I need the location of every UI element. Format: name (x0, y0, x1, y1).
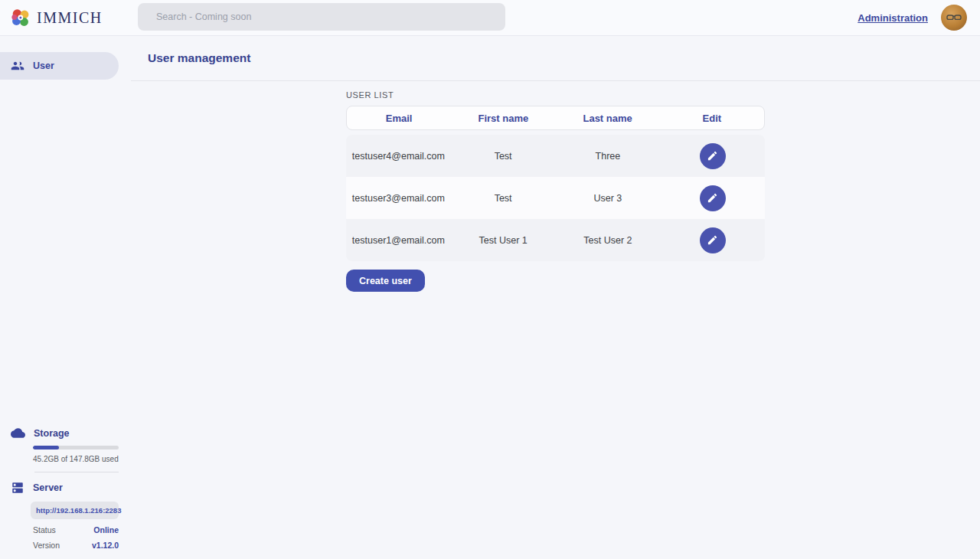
column-header-first-name: First name (451, 113, 555, 124)
column-header-edit: Edit (660, 113, 764, 124)
brand-name: IMMICH (37, 9, 103, 27)
brand: IMMICH (0, 8, 127, 28)
cell-email: testuser3@email.com (346, 193, 451, 204)
page-title: User management (131, 51, 250, 65)
cell-last-name: Test User 2 (556, 235, 661, 246)
immich-logo-icon (11, 8, 31, 28)
cell-last-name: Three (556, 151, 661, 162)
cell-edit (660, 185, 765, 211)
edit-user-button[interactable] (700, 143, 726, 169)
sidebar: User Storage 45.2GB of 147.8GB used (0, 36, 131, 559)
user-table-body: testuser4@email.comTestThreetestuser3@em… (346, 135, 765, 261)
group-icon (11, 59, 24, 73)
version-value: v1.12.0 (92, 541, 119, 550)
user-avatar[interactable] (941, 5, 967, 31)
search-input[interactable] (138, 3, 505, 31)
table-row: testuser1@email.comTest User 1Test User … (346, 219, 765, 261)
table-row: testuser3@email.comTestUser 3 (346, 177, 765, 219)
status-label: Status (33, 525, 56, 534)
navbar-right: Administration (858, 5, 980, 31)
glasses-icon (945, 8, 963, 27)
sidebar-item-user[interactable]: User (0, 52, 119, 80)
cell-email: testuser1@email.com (346, 235, 451, 246)
pencil-icon (707, 150, 718, 162)
column-header-last-name: Last name (556, 113, 660, 124)
search-bar[interactable] (138, 3, 505, 31)
sidebar-footer: Storage 45.2GB of 147.8GB used Server (0, 426, 131, 559)
table-header-row: Email First name Last name Edit (346, 106, 765, 130)
create-user-button[interactable]: Create user (346, 270, 425, 292)
user-list-section: USER LIST Email First name Last name Edi… (346, 90, 765, 292)
storage-usage-text: 45.2GB of 147.8GB used (33, 455, 119, 463)
pencil-icon (707, 192, 718, 204)
server-version-row: Version v1.12.0 (33, 541, 119, 550)
server-icon (11, 481, 24, 495)
edit-user-button[interactable] (700, 227, 726, 253)
server-title: Server (33, 482, 63, 493)
table-row: testuser4@email.comTestThree (346, 135, 765, 177)
version-label: Version (33, 541, 60, 550)
cell-last-name: User 3 (556, 193, 661, 204)
server-status-row: Status Online (33, 525, 119, 534)
user-list-label: USER LIST (346, 90, 765, 100)
column-header-email: Email (347, 113, 451, 124)
cell-first-name: Test User 1 (451, 235, 556, 246)
cell-edit (660, 227, 765, 253)
server-url-chip: http://192.168.1.216:2283 (31, 502, 119, 519)
cell-first-name: Test (451, 151, 556, 162)
storage-section-header: Storage (0, 426, 131, 440)
pencil-icon (707, 234, 718, 246)
sidebar-divider (34, 472, 119, 472)
cloud-icon (11, 426, 25, 440)
edit-user-button[interactable] (700, 185, 726, 211)
cell-email: testuser4@email.com (346, 151, 451, 162)
cell-edit (660, 143, 765, 169)
page-header: User management (131, 36, 980, 81)
status-value: Online (93, 525, 119, 534)
storage-title: Storage (34, 428, 70, 439)
server-section-header: Server (0, 481, 131, 495)
cell-first-name: Test (451, 193, 556, 204)
storage-progress-bar (33, 446, 119, 449)
main-area: User management USER LIST Email First na… (131, 36, 980, 559)
top-navbar: IMMICH Administration (0, 0, 980, 36)
storage-progress-fill (33, 446, 59, 449)
administration-link[interactable]: Administration (858, 12, 928, 24)
sidebar-item-label: User (33, 60, 54, 71)
